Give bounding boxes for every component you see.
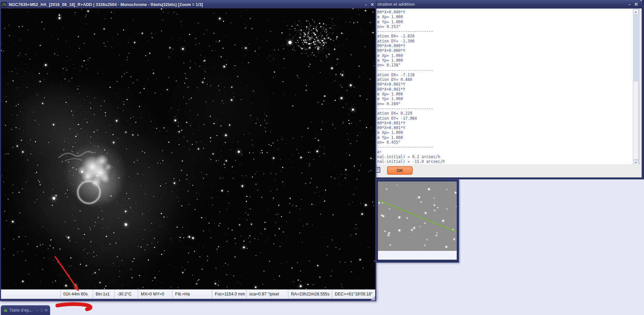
screen: NGC7635+M52_HA_[2016_08_18]_R+ADD | 3326… (0, 0, 644, 315)
dialog-log-panel: 00*X+0.000*Y e Xp= 1.000 e Yp= 1.000 on=… (376, 8, 639, 166)
main-image-window: NGC7635+M52_HA_[2016_08_18]_R+ADD | 3326… (0, 0, 376, 301)
close-button[interactable]: ✕ (371, 2, 374, 7)
app-logo-icon (3, 308, 8, 313)
taskbar-restore-button[interactable]: □ (40, 308, 43, 313)
taskbar-item-title: Table d'ép... (9, 308, 35, 313)
status-segment: Filt.=Ha (172, 290, 212, 299)
minimize-button[interactable]: – (365, 2, 367, 7)
dialog-footer: OK (376, 164, 639, 177)
scroll-thumb[interactable] (633, 81, 639, 160)
scrollbar[interactable]: ▲ ▼ (633, 9, 639, 166)
ok-button[interactable]: OK (387, 166, 413, 175)
preview-statusbar (378, 251, 457, 260)
dialog-titlebar[interactable]: stration et addition – ✕ (376, 0, 642, 8)
status-segment: sca=0.97 "/pixel (246, 290, 288, 299)
image-viewport[interactable] (1, 8, 375, 289)
preview-window (376, 179, 459, 263)
status-segment: -30.2°C (114, 290, 138, 299)
registration-dialog: stration et addition – ✕ 00*X+0.000*Y e … (376, 0, 644, 179)
taskbar-close-button[interactable]: ✕ (44, 308, 48, 313)
status-segment: MX=0 MY=0 (138, 290, 172, 299)
dialog-log: 00*X+0.000*Y e Xp= 1.000 e Yp= 1.000 on=… (376, 9, 639, 164)
status-segment: 01h 44m 60s (60, 290, 93, 299)
scroll-up-icon[interactable]: ▲ (633, 9, 639, 15)
status-segment: RA=23h22m28.555s (288, 290, 332, 299)
taskbar-minimize-button[interactable]: – (36, 308, 39, 313)
resize-grip[interactable] (371, 296, 375, 300)
status-segment: Foc=1154.0 mm (212, 290, 246, 299)
main-titlebar[interactable]: NGC7635+M52_HA_[2016_08_18]_R+ADD | 3326… (0, 0, 376, 8)
red-underline-annotation (57, 304, 91, 309)
statusbar-segments: 01h 44m 60sBin:1x1-30.2°CMX=0 MY=0Filt.=… (1, 289, 375, 299)
dialog-minimize-button[interactable]: – (628, 2, 631, 7)
astro-image-canvas[interactable] (1, 8, 375, 289)
app-logo-icon (1, 2, 7, 7)
taskbar-item-table[interactable]: Table d'ép... – □ ✕ (1, 305, 50, 315)
preview-viewport (378, 181, 457, 251)
dialog-close-button[interactable]: ✕ (634, 2, 638, 7)
main-window-title: NGC7635+M52_HA_[2016_08_18]_R+ADD | 3326… (9, 2, 203, 7)
status-segment: Bin:1x1 (93, 290, 114, 299)
preview-image-canvas (378, 181, 457, 251)
dialog-title: stration et addition (376, 2, 415, 7)
